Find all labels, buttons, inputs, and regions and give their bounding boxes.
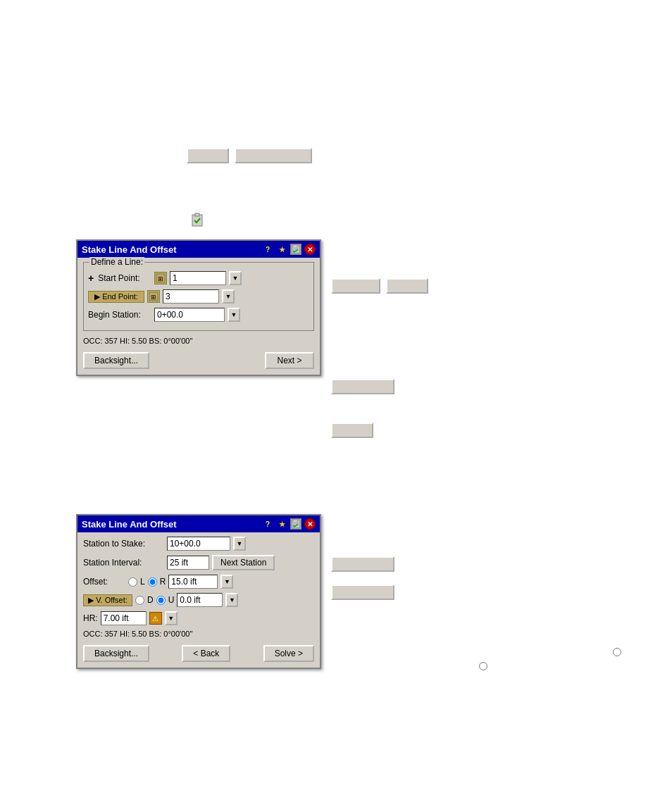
v-offset-row: ▶ V. Offset: D U ▼: [83, 593, 314, 607]
help-icon[interactable]: ?: [262, 244, 273, 255]
dialog-1-title: Stake Line And Offset: [82, 244, 177, 255]
star-icon[interactable]: ★: [276, 244, 287, 255]
offset-value-input[interactable]: [168, 575, 218, 589]
v-offset-dropdown[interactable]: ▼: [225, 593, 238, 607]
v-offset-D-label: D: [147, 595, 154, 605]
hr-dropdown[interactable]: ▼: [165, 611, 178, 625]
offset-radio-L[interactable]: [128, 577, 137, 587]
begin-station-dropdown[interactable]: ▼: [228, 308, 240, 322]
next-station-btn[interactable]: Next Station: [212, 555, 275, 570]
station-to-stake-label: Station to Stake:: [83, 539, 164, 549]
plus-icon: +: [88, 273, 94, 284]
station-interval-label: Station Interval:: [83, 558, 164, 568]
dialog-2-titlebar-icons: ? ★ ✕: [262, 518, 316, 530]
right-button-top-2[interactable]: [386, 278, 428, 294]
dialog-2-footer: Backsight... < Back Solve >: [83, 642, 314, 663]
dialog-1-next-btn[interactable]: Next >: [265, 352, 314, 369]
begin-station-input[interactable]: [154, 308, 225, 322]
start-point-dropdown[interactable]: ▼: [229, 271, 242, 285]
icon-area: [190, 213, 204, 229]
dialog-stake-line-1: Stake Line And Offset ? ★ ✕ Define a Lin…: [76, 239, 321, 376]
end-point-input[interactable]: [163, 289, 219, 304]
station-to-stake-row: Station to Stake: ▼: [83, 537, 314, 551]
right-button-2[interactable]: [331, 379, 394, 394]
dialog-1-group-label: Define a Line:: [89, 257, 144, 267]
dialog-2-solve-btn[interactable]: Solve >: [263, 645, 314, 662]
close-icon[interactable]: ✕: [304, 244, 316, 255]
dialog2-close-icon[interactable]: ✕: [304, 518, 316, 530]
hr-label: HR:: [83, 613, 98, 623]
dialog-stake-line-2: Stake Line And Offset ? ★ ✕ Station to S…: [76, 514, 321, 669]
dialog-1-titlebar: Stake Line And Offset ? ★ ✕: [77, 241, 320, 258]
clipboard-icon: [190, 213, 204, 227]
offset-row: Offset: L R ▼: [83, 575, 314, 589]
dialog2-star-icon[interactable]: ★: [276, 518, 287, 530]
station-interval-input[interactable]: [167, 556, 209, 570]
v-offset-value-input[interactable]: [177, 593, 223, 607]
dialog-1-group-box: Define a Line: + Start Point: ⊞ ▼ ▶: [83, 262, 314, 331]
save-icon[interactable]: [290, 244, 301, 255]
dialog-2-title: Stake Line And Offset: [82, 519, 177, 530]
offset-dropdown[interactable]: ▼: [220, 575, 233, 589]
dialog-2-titlebar: Stake Line And Offset ? ★ ✕: [77, 515, 320, 532]
warning-icon: ⚠: [149, 612, 162, 625]
right-button-4[interactable]: [331, 556, 394, 572]
right-button-5[interactable]: [331, 584, 394, 600]
dialog-2-body: Station to Stake: ▼ Station Interval: Ne…: [77, 532, 320, 668]
dialog-1-footer: Backsight... Next >: [83, 349, 314, 370]
dialog2-help-icon[interactable]: ?: [262, 518, 273, 530]
dialog-2-status: OCC: 357 HI: 5.50 BS: 0°00'00": [83, 628, 314, 639]
dialog-1-titlebar-icons: ? ★ ✕: [262, 244, 316, 255]
next-label: Next >: [277, 356, 301, 365]
station-interval-row: Station Interval: Next Station: [83, 555, 314, 570]
offset-R-label: R: [160, 577, 166, 587]
end-point-row: ▶ End Point: ⊞ ▼: [88, 289, 309, 304]
dialog2-save-icon[interactable]: [290, 518, 301, 530]
dialog-1-body: Define a Line: + Start Point: ⊞ ▼ ▶: [77, 258, 320, 375]
offset-radio-R[interactable]: [148, 577, 157, 587]
start-point-input[interactable]: [170, 271, 226, 285]
right-button-3[interactable]: [331, 423, 373, 438]
radio-right-input-1[interactable]: [613, 648, 621, 656]
hr-input[interactable]: [101, 611, 147, 625]
start-point-row: + Start Point: ⊞ ▼: [88, 271, 309, 285]
end-point-dropdown[interactable]: ▼: [222, 289, 235, 304]
station-to-stake-dropdown[interactable]: ▼: [233, 537, 246, 551]
svg-rect-1: [195, 213, 199, 216]
right-button-top-1[interactable]: [331, 278, 380, 294]
top-button-1[interactable]: [187, 148, 229, 163]
dialog-1-backsight-btn[interactable]: Backsight...: [83, 352, 149, 369]
hr-row: HR: ⚠ ▼: [83, 611, 314, 625]
backsight-label: Backsight...: [94, 356, 138, 365]
svg-rect-3: [293, 245, 297, 248]
radio-right-1: [613, 648, 621, 658]
radio-right-input-2[interactable]: [479, 662, 487, 670]
svg-text:⊞: ⊞: [158, 275, 163, 282]
start-point-label: + Start Point:: [88, 273, 151, 284]
end-point-arrow-btn[interactable]: ▶ End Point:: [88, 291, 144, 303]
dialog2-solve-label: Solve >: [275, 649, 303, 658]
svg-rect-9: [293, 520, 297, 523]
begin-station-row: Begin Station: ▼: [88, 308, 309, 322]
v-offset-radio-group: D U: [135, 595, 174, 605]
dialog-1-status: OCC: 357 HI: 5.50 BS: 0°00'00": [83, 335, 314, 346]
v-offset-U-label: U: [168, 595, 175, 605]
start-point-map-icon[interactable]: ⊞: [154, 272, 167, 284]
v-offset-btn[interactable]: ▶ V. Offset:: [83, 594, 132, 606]
v-offset-radio-D[interactable]: [135, 596, 144, 605]
dialog2-back-label: < Back: [193, 649, 219, 658]
offset-radio-group: L R: [128, 577, 166, 587]
offset-label: Offset:: [83, 577, 125, 587]
end-point-map-icon[interactable]: ⊞: [147, 290, 160, 303]
dialog2-backsight-label: Backsight...: [94, 649, 138, 658]
dialog-2-back-btn[interactable]: < Back: [182, 645, 230, 662]
radio-right-2: [479, 662, 487, 672]
svg-text:⊞: ⊞: [151, 294, 156, 301]
station-to-stake-input[interactable]: [167, 537, 230, 551]
dialog-2-backsight-btn[interactable]: Backsight...: [83, 645, 149, 662]
begin-station-label: Begin Station:: [88, 310, 151, 320]
top-button-2[interactable]: [235, 148, 312, 163]
v-offset-radio-U[interactable]: [156, 596, 166, 605]
offset-L-label: L: [140, 577, 145, 587]
